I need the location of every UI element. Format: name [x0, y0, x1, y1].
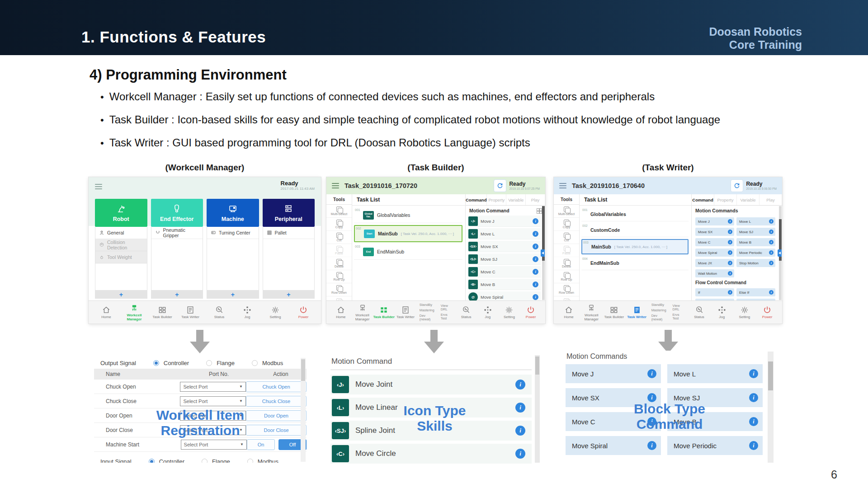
info-icon[interactable] — [515, 449, 525, 459]
block-move-spiral[interactable]: Move Spiral — [566, 436, 661, 455]
menu-icon[interactable] — [95, 183, 102, 191]
nav-status[interactable]: Status — [455, 305, 477, 319]
command-button[interactable]: Move JX — [695, 259, 734, 267]
list-item-tool-weight[interactable]: Tool Weight — [95, 251, 147, 263]
tab-variable[interactable]: Variable — [506, 194, 526, 205]
info-icon[interactable] — [533, 269, 538, 275]
tool-delete[interactable]: Delete — [326, 257, 352, 270]
tool-multi-select[interactable]: Multi-Select — [554, 205, 579, 218]
list-item-pneumatic-gripper[interactable]: Pneumatic Gripper — [151, 227, 203, 239]
port-select[interactable]: Select Port▼ — [180, 396, 246, 406]
menu-icon[interactable] — [332, 182, 339, 190]
info-icon[interactable] — [533, 218, 538, 224]
nav-setting[interactable]: Setting — [499, 305, 520, 319]
command-button[interactable]: Else If — [736, 288, 775, 296]
tab-property[interactable]: Property — [487, 194, 506, 205]
command-button[interactable]: Stop Motion — [736, 259, 775, 267]
tab-play[interactable]: Play — [526, 194, 545, 205]
info-icon[interactable] — [533, 256, 538, 262]
tool-row-up[interactable]: Row Up — [326, 270, 352, 283]
info-icon[interactable] — [728, 240, 732, 244]
radio-flange[interactable] — [206, 360, 212, 366]
add-workcell-item-button[interactable]: + — [95, 291, 147, 299]
info-icon[interactable] — [769, 230, 774, 234]
info-icon[interactable] — [769, 261, 774, 265]
servo-reset-button[interactable] — [731, 179, 743, 192]
tool-paste[interactable]: Paste — [554, 244, 579, 257]
nav-task-builder[interactable]: Task Builder — [373, 305, 395, 319]
motion-row[interactable]: ‹C›Move C — [468, 266, 541, 277]
command-button[interactable]: Move L — [736, 217, 775, 225]
list-item-pallet[interactable]: Pallet — [263, 227, 315, 239]
port-select[interactable]: Select Port▼ — [180, 382, 246, 392]
port-select[interactable]: Select Port▼ — [181, 440, 247, 450]
block-move-periodic[interactable]: Move Periodic — [667, 436, 763, 455]
tab-property[interactable]: Property — [714, 194, 737, 205]
list-item-general[interactable]: General — [95, 227, 147, 239]
nav-home[interactable]: Home — [557, 305, 580, 319]
nav-task-writer[interactable]: Task Writer — [395, 305, 416, 319]
motion-row[interactable]: ‹SX›Move SX — [468, 241, 541, 252]
nav-status[interactable]: Status — [688, 305, 710, 319]
info-icon[interactable] — [728, 271, 732, 276]
motion-row[interactable]: ‹J›Move J — [468, 216, 541, 227]
robot-card[interactable]: Robot — [95, 199, 147, 227]
task-row-endmainsub[interactable]: 003 End EndMainSub — [354, 244, 462, 260]
task-row-mainsub-selected[interactable]: 002 Start MainSub [ Task Vel. 250.0, Acc… — [354, 225, 462, 242]
motion-row[interactable]: ‹B›Move B — [468, 279, 541, 290]
mode-dev[interactable]: Dev (newal) — [651, 314, 666, 321]
add-workcell-item-button[interactable]: + — [151, 291, 203, 299]
command-button[interactable]: Move C — [695, 238, 734, 246]
info-icon[interactable] — [749, 393, 758, 402]
task-row-globalvariables[interactable]: 001 GlobalVariables — [581, 207, 689, 221]
info-icon[interactable] — [728, 290, 732, 295]
nav-setting[interactable]: Setting — [733, 305, 756, 319]
info-icon[interactable] — [728, 219, 732, 224]
machine-card[interactable]: Machine — [207, 199, 259, 227]
tool-row-up[interactable]: Row Up — [554, 270, 579, 283]
skill-move-circle[interactable]: ‹C› Move Circle — [330, 444, 532, 464]
tab-command[interactable]: Command — [466, 194, 487, 205]
nav-power[interactable]: Power — [756, 305, 778, 319]
nav-workcell-manager[interactable]: Workcell Manager — [120, 304, 148, 321]
tab-play[interactable]: Play — [760, 194, 782, 205]
tool-delete[interactable]: Delete — [554, 257, 579, 270]
info-icon[interactable] — [533, 244, 538, 249]
info-icon[interactable] — [728, 250, 732, 255]
block-move-l[interactable]: Move L — [667, 364, 763, 383]
nav-power[interactable]: Power — [289, 305, 317, 319]
task-row-customcode[interactable]: 002 CustomCode — [581, 223, 689, 237]
add-workcell-item-button[interactable]: + — [263, 291, 315, 299]
tool-cut[interactable]: Cut — [554, 231, 579, 244]
list-item-collision-detection[interactable]: Collision Detection — [95, 239, 147, 251]
tool-row-down[interactable]: Row Down — [326, 283, 352, 296]
command-button[interactable]: Move Spiral — [695, 249, 734, 257]
info-icon[interactable] — [647, 441, 656, 450]
mode-standby[interactable]: StandBy — [420, 303, 434, 307]
view-drl[interactable]: View DRL — [673, 304, 685, 311]
motion-row[interactable]: @Move Spiral — [468, 291, 541, 301]
info-icon[interactable] — [647, 369, 656, 378]
motion-row[interactable]: ‹L›Move L — [468, 228, 541, 239]
list-item-turning-center[interactable]: Turning Center — [207, 227, 259, 239]
info-icon[interactable] — [533, 294, 538, 300]
servo-reset-button[interactable] — [494, 179, 506, 192]
nav-jog[interactable]: Jog — [477, 305, 499, 319]
add-workcell-item-button[interactable]: + — [207, 291, 259, 299]
info-icon[interactable] — [647, 393, 656, 402]
command-button[interactable]: Move J — [695, 217, 734, 225]
nav-home[interactable]: Home — [92, 305, 120, 319]
nav-task-builder[interactable]: Task Builder — [148, 305, 176, 319]
mode-mastering[interactable]: Mastering — [651, 309, 666, 312]
info-icon[interactable] — [769, 240, 774, 244]
block-move-j[interactable]: Move J — [566, 364, 661, 383]
radio-controller[interactable] — [153, 360, 159, 366]
tab-command[interactable]: Command — [692, 194, 714, 205]
chuck-close-button[interactable]: Chuck Close — [246, 396, 307, 407]
nav-home[interactable]: Home — [330, 305, 352, 319]
tool-paste[interactable]: Paste — [326, 244, 352, 257]
command-button[interactable]: Wait Motion — [695, 269, 734, 277]
info-icon[interactable] — [533, 231, 538, 237]
tool-multi-select[interactable]: Multi-Select — [326, 205, 352, 218]
command-button[interactable]: Move SJ — [736, 228, 775, 236]
